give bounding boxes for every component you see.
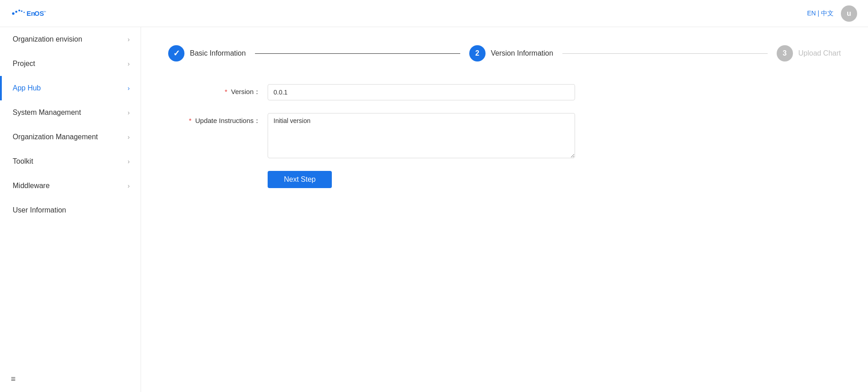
version-input[interactable] (268, 84, 575, 100)
svg-point-3 (21, 10, 22, 12)
svg-point-0 (12, 12, 14, 14)
sidebar-item-toolkit[interactable]: Toolkit › (0, 149, 141, 174)
svg-point-1 (15, 10, 18, 13)
step-circle-3: 3 (777, 45, 793, 61)
sidebar-item-user-information[interactable]: User Information (0, 198, 141, 222)
step-label-2: Version Information (491, 49, 553, 57)
user-avatar[interactable]: u (841, 5, 857, 22)
step-upload-chart: 3 Upload Chart (777, 45, 841, 61)
chevron-icon: › (127, 60, 130, 67)
version-label: * Version： (168, 84, 268, 96)
sidebar-item-project[interactable]: Project › (0, 52, 141, 76)
update-instructions-input[interactable] (268, 113, 575, 158)
sidebar-label-toolkit: Toolkit (13, 157, 33, 165)
sidebar-label-system-management: System Management (13, 109, 81, 117)
sidebar-label-organization-management: Organization Management (13, 133, 98, 141)
version-required-mark: * (225, 88, 227, 95)
svg-text:™: ™ (43, 10, 46, 13)
step-line-2 (562, 53, 768, 54)
sidebar-collapse-button[interactable]: ≡ (0, 366, 141, 392)
logo-area: En OS ™ (11, 7, 47, 20)
sidebar: Organization envision › Project › App Hu… (0, 27, 141, 392)
stepper: ✓ Basic Information 2 Version Informatio… (168, 45, 841, 61)
chevron-icon: › (127, 158, 130, 165)
chevron-icon: › (127, 182, 130, 189)
chevron-icon: › (127, 133, 130, 141)
svg-text:En: En (27, 10, 35, 17)
sidebar-item-middleware[interactable]: Middleware › (0, 174, 141, 198)
sidebar-item-organization-management[interactable]: Organization Management › (0, 125, 141, 149)
step-line-1 (255, 53, 460, 54)
sidebar-label-project: Project (13, 60, 35, 68)
sidebar-label-user-information: User Information (13, 206, 66, 214)
sidebar-label-app-hub: App Hub (13, 84, 41, 92)
sidebar-item-system-management[interactable]: System Management › (0, 100, 141, 125)
step-label-1: Basic Information (190, 49, 246, 57)
step-label-3: Upload Chart (798, 49, 841, 57)
version-row: * Version： (168, 84, 575, 100)
lang-zh[interactable]: 中文 (821, 9, 834, 17)
step-version-info: 2 Version Information (469, 45, 553, 61)
logo-icon: En OS ™ (11, 7, 47, 20)
main-content: ✓ Basic Information 2 Version Informatio… (141, 27, 868, 392)
chevron-icon: › (127, 109, 130, 116)
app-body: Organization envision › Project › App Hu… (0, 27, 868, 392)
sidebar-item-app-hub[interactable]: App Hub › (0, 76, 141, 100)
step-circle-2: 2 (469, 45, 486, 61)
svg-text:OS: OS (34, 10, 44, 17)
next-step-button[interactable]: Next Step (268, 171, 332, 188)
chevron-icon: › (127, 85, 130, 92)
app-header: En OS ™ EN | 中文 u (0, 0, 868, 27)
version-form: * Version： * Update Instructions： Next S… (168, 84, 575, 188)
step-basic-info: ✓ Basic Information (168, 45, 246, 61)
sidebar-label-org-envision: Organization envision (13, 35, 82, 43)
checkmark-icon: ✓ (173, 48, 180, 58)
svg-point-4 (24, 12, 25, 13)
update-instructions-row: * Update Instructions： (168, 113, 575, 158)
sidebar-label-middleware: Middleware (13, 182, 50, 190)
language-switcher[interactable]: EN | 中文 (807, 9, 834, 18)
header-right: EN | 中文 u (807, 5, 857, 22)
chevron-icon: › (127, 36, 130, 43)
update-instructions-label: * Update Instructions： (168, 113, 268, 125)
sidebar-item-org-envision[interactable]: Organization envision › (0, 27, 141, 52)
next-step-row: Next Step (168, 171, 575, 188)
svg-point-2 (19, 9, 20, 11)
lang-en[interactable]: EN (807, 9, 816, 17)
update-instructions-required-mark: * (189, 117, 192, 124)
step-circle-1: ✓ (168, 45, 184, 61)
lang-separator: | (817, 9, 819, 17)
